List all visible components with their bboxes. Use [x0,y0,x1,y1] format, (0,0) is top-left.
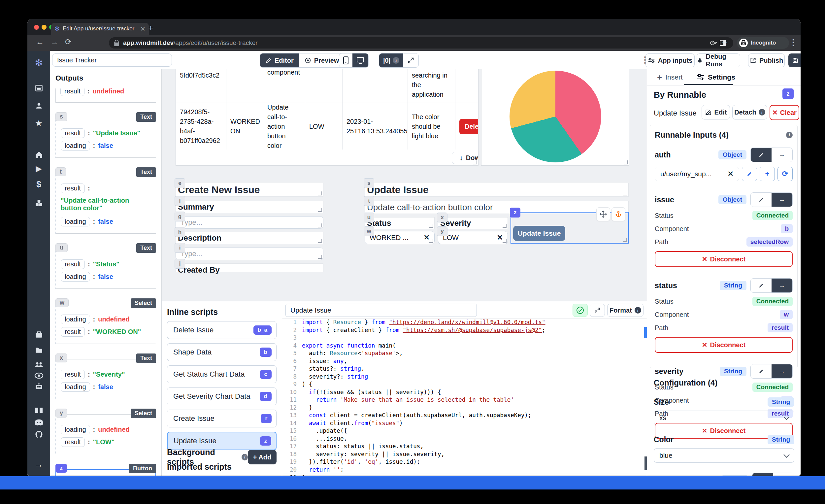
format-button[interactable]: Formati [607,304,644,317]
create-issue-title-widget[interactable]: e Create New Issue [175,183,323,197]
output-id-chip[interactable]: z [56,464,67,473]
description-label-widget[interactable]: h Description [175,232,323,244]
output-id-chip[interactable]: s [56,112,67,121]
clear-select-icon[interactable]: ✕ [497,233,503,242]
connect-mode-button[interactable]: → [773,473,794,476]
output-card-body[interactable]: loading:undefinedresult:"WORKED ON" [56,304,156,344]
static-mode-button[interactable] [751,364,771,378]
discord-icon[interactable] [27,417,50,426]
forward-icon[interactable]: → [51,37,58,47]
output-card-body[interactable]: result:"Status"loading:false [56,249,156,289]
script-name-input[interactable]: Update Issue [286,304,477,317]
component-chip[interactable]: g [174,212,185,221]
created-by-label-widget[interactable]: j Created By [175,264,323,272]
code-area[interactable]: 1import { Resource } from "https://deno.… [282,318,647,476]
severity-select[interactable]: y LOW ✕ [438,231,508,244]
side-panel-icon[interactable] [719,39,727,47]
static-mode-button[interactable] [752,473,773,476]
desktop-view-button[interactable] [353,54,368,67]
output-id-chip[interactable]: y [56,409,67,418]
docs-book-icon[interactable] [27,405,50,414]
app-inputs-button[interactable]: App inputs [646,54,695,67]
tab-insert[interactable]: +Insert [657,69,683,85]
output-card-body[interactable]: loading:undefinedresult:"LOW" [56,414,156,454]
editor-tab[interactable]: Editor [260,54,299,67]
update-issue-title-widget[interactable]: s Update Issue [365,183,629,197]
add-background-script-button[interactable]: + Add [248,450,277,464]
auth-resource-input[interactable]: u/user/my_sup... ✕ [655,167,739,181]
tab-settings[interactable]: Settings [697,69,735,85]
component-chip[interactable]: u [364,213,374,222]
output-id-chip[interactable]: u [56,243,68,252]
output-card-body[interactable]: result:"Severity"loading:false [56,359,156,399]
script-item-c[interactable]: Get Status Chart Datac [167,365,277,383]
status-label-widget[interactable]: u Status [365,217,435,229]
close-window-button[interactable] [34,25,39,30]
debug-runs-button[interactable]: Debug Runs [697,54,740,67]
expand-editor-button[interactable] [590,304,605,317]
app-name-input[interactable]: Issue Tracker [52,54,172,67]
component-chip[interactable]: j [174,259,185,269]
anchor-button[interactable] [611,207,625,221]
output-id-chip[interactable]: w [56,298,69,307]
component-chip[interactable]: h [174,227,185,237]
severity-label-widget[interactable]: x Severity [438,217,508,229]
sidebar-item-audit-logs[interactable] [27,370,50,379]
status-select[interactable]: w WORKED ... ✕ [365,231,435,244]
sidebar-item-groups[interactable] [27,359,50,369]
static-mode-button[interactable] [751,193,771,207]
edit-resource-button[interactable] [742,167,757,181]
description-input[interactable]: i Type... [175,247,323,260]
refresh-resource-button[interactable]: ⟳ [777,167,793,181]
move-handle[interactable] [596,207,610,221]
update-issue-button[interactable]: Update Issue [513,226,565,241]
password-key-icon[interactable] [710,39,718,47]
browser-tab[interactable]: ✻ Edit App u/user/issue-tracker ✕ [51,23,149,34]
windmill-logo[interactable]: ✻ [27,57,50,68]
sidebar-item-user[interactable] [27,100,50,110]
publish-button[interactable]: Publish [748,54,785,67]
script-item-r[interactable]: Create Issuer [167,410,277,427]
disconnect-button[interactable]: ✕Disconnect [655,251,793,267]
editor-scrollbar-thumb[interactable] [645,456,647,470]
browser-menu-icon[interactable]: ⋮ [789,37,798,48]
sidebar-item-runs[interactable]: ▶ [27,164,50,173]
connect-mode-button[interactable]: → [771,193,792,207]
sidebar-item-apps[interactable] [27,83,50,92]
back-icon[interactable]: ← [36,37,44,47]
fullscreen-button[interactable] [403,54,419,67]
component-chip[interactable]: s [364,178,374,188]
connect-mode-button[interactable]: → [771,148,792,162]
address-bar[interactable]: app.windmill.dev/apps/edit/u/user/issue-… [109,37,733,49]
new-tab-icon[interactable]: + [148,23,153,33]
component-chip-selected[interactable]: z [510,208,520,218]
clear-select-icon[interactable]: ✕ [424,233,430,242]
script-item-b_a[interactable]: Delete Issueb_a [167,321,277,339]
config-size-select[interactable]: xs [654,411,794,425]
edit-runnable-button[interactable]: Edit [701,105,730,120]
sidebar-item-resources[interactable] [27,198,50,207]
component-chip[interactable]: f [174,196,185,206]
detach-button[interactable]: Detachi [732,105,767,120]
component-chip[interactable]: i [174,243,185,253]
download-button[interactable]: ↓Download [452,152,478,164]
disconnect-button[interactable]: ✕Disconnect [655,337,793,353]
sidebar-item-favorites[interactable]: ★ [27,118,50,128]
close-tab-icon[interactable]: ✕ [140,25,146,33]
add-resource-button[interactable]: + [760,167,775,181]
component-chip[interactable]: x [437,213,447,222]
sidebar-item-variables[interactable]: $ [27,179,50,190]
config-color-select[interactable]: blue [654,448,794,463]
summary-label-widget[interactable]: f Summary [175,201,323,213]
connect-mode-button[interactable]: → [771,279,792,292]
github-icon[interactable] [27,429,50,439]
static-mode-button[interactable] [751,148,771,162]
component-chip[interactable]: e [174,178,185,188]
pie-chart-card[interactable] [481,69,629,166]
static-mode-button[interactable] [751,279,771,292]
issues-table[interactable]: 5fd0f7d5c3c2componentsearching in the ap… [175,69,478,166]
sidebar-item-home[interactable] [27,149,50,159]
sidebar-item-folders[interactable] [27,345,50,354]
save-button[interactable]: Save [789,54,801,67]
output-counter-button[interactable]: |0| i [379,54,403,67]
